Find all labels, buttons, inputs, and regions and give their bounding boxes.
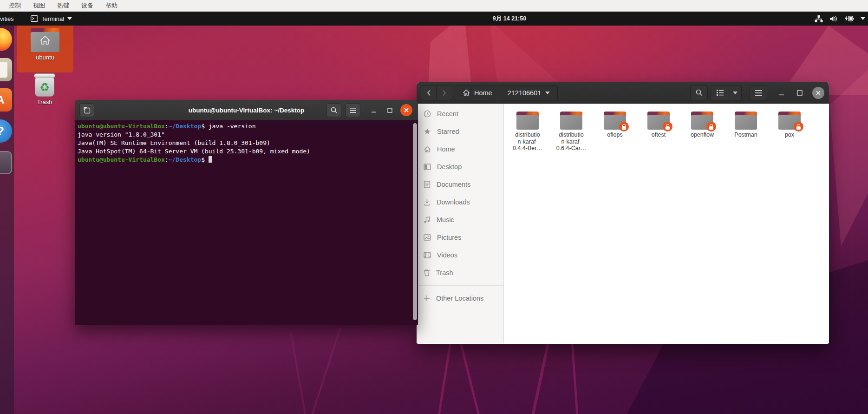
- desktop-icon-ubuntu[interactable]: ubuntu: [17, 24, 73, 72]
- trash-icon: ♻: [34, 73, 55, 97]
- folder-item[interactable]: distributio n-karaf- 0.4.4-Ber…: [506, 112, 549, 152]
- files-header-bar[interactable]: Home 212106601: [417, 82, 829, 104]
- sidebar-label: Videos: [437, 251, 457, 259]
- dock-firefox-icon[interactable]: [0, 28, 12, 51]
- list-view-icon: [717, 90, 724, 96]
- download-icon: [424, 198, 431, 206]
- folder-item[interactable]: oflops: [593, 112, 637, 138]
- sidebar-item-other-locations[interactable]: Other Locations: [417, 289, 503, 307]
- minimize-button[interactable]: [369, 107, 379, 113]
- prompt-colon: :: [165, 156, 169, 163]
- sidebar-item-downloads[interactable]: Downloads: [417, 193, 503, 211]
- chevron-down-icon: [67, 17, 72, 20]
- menu-view[interactable]: 视图: [33, 1, 45, 10]
- prompt-symbol: $: [201, 156, 205, 163]
- path-segment-current[interactable]: 212106601: [500, 85, 558, 100]
- folder-name: oflops: [607, 131, 622, 138]
- close-button[interactable]: [812, 87, 824, 99]
- chevron-right-icon: [442, 90, 446, 96]
- music-icon: [424, 216, 431, 223]
- videos-icon: [424, 252, 431, 258]
- home-icon: [463, 89, 470, 96]
- menu-help[interactable]: 帮助: [105, 1, 117, 10]
- folder-name: openflow: [691, 131, 714, 138]
- folder-name: oftest: [652, 131, 666, 138]
- terminal-line: java version "1.8.0_301": [78, 131, 415, 139]
- clock[interactable]: 9月 14 21:50: [479, 12, 540, 26]
- lock-emblem: [794, 122, 803, 131]
- sidebar-item-recent[interactable]: Recent: [417, 105, 503, 123]
- folder-name: distributio n-karaf- 0.4.4-Ber…: [513, 131, 542, 152]
- prompt-symbol: $: [201, 123, 205, 130]
- sidebar-label: Music: [437, 216, 454, 223]
- home-emblem-icon: [39, 35, 51, 46]
- wallpaper-line: [571, 342, 578, 414]
- terminal-scrollbar[interactable]: [413, 123, 417, 320]
- terminal-content[interactable]: ubuntu@ubuntu-VirtualBox:~/Desktop$ java…: [75, 120, 418, 325]
- search-icon: [696, 89, 703, 96]
- forward-button[interactable]: [437, 85, 452, 100]
- sidebar-item-starred[interactable]: Starred: [417, 123, 503, 140]
- sidebar-label: Downloads: [437, 198, 470, 206]
- close-button[interactable]: [400, 104, 412, 116]
- system-tray[interactable]: [815, 12, 865, 26]
- gnome-top-bar: vities Terminal 9月 14 21:50: [0, 12, 868, 26]
- close-icon: [404, 107, 409, 113]
- folder-icon: [31, 28, 59, 52]
- terminal-header-bar[interactable]: ubuntu@ubuntu-VirtualBox: ~/Desktop: [75, 100, 418, 120]
- files-content-area[interactable]: distributio n-karaf- 0.4.4-Ber… distribu…: [504, 104, 829, 343]
- terminal-menu-button[interactable]: [346, 103, 360, 117]
- focused-app-menu[interactable]: Terminal: [31, 12, 72, 26]
- list-view-button[interactable]: [711, 85, 729, 100]
- terminal-search-button[interactable]: [326, 103, 341, 117]
- dock-help-icon[interactable]: ?: [0, 119, 12, 143]
- hamburger-menu-button[interactable]: [750, 85, 767, 100]
- view-options-button[interactable]: [729, 85, 742, 100]
- folder-item[interactable]: oftest: [637, 112, 680, 138]
- maximize-button[interactable]: [794, 90, 805, 96]
- terminal-line: ubuntu@ubuntu-VirtualBox:~/Desktop$: [78, 156, 415, 164]
- menu-machine[interactable]: 控制: [9, 1, 21, 10]
- path-segment-label: 212106601: [508, 89, 542, 97]
- sidebar-item-pictures[interactable]: Pictures: [417, 229, 503, 246]
- sidebar-item-trash[interactable]: Trash: [417, 264, 503, 282]
- desktop-icon-label: Trash: [37, 99, 52, 105]
- path-segment-home[interactable]: Home: [455, 85, 500, 100]
- desktop-icon-trash[interactable]: ♻ Trash: [27, 73, 62, 105]
- minimize-icon: [779, 90, 784, 96]
- dock-app-window-icon[interactable]: [0, 151, 12, 174]
- sidebar-label: Documents: [437, 181, 470, 188]
- hamburger-icon: [755, 90, 762, 96]
- document-icon: [424, 181, 431, 188]
- sidebar-item-home[interactable]: Home: [417, 140, 503, 158]
- folder-item[interactable]: distributio n-karaf- 0.6.4-Car…: [549, 112, 593, 152]
- menu-input[interactable]: 热键: [57, 1, 69, 10]
- terminal-line: Java HotSpot(TM) 64-Bit Server VM (build…: [78, 147, 415, 156]
- sidebar-item-desktop[interactable]: Desktop: [417, 158, 503, 176]
- new-tab-button[interactable]: [79, 103, 94, 117]
- dock-files-icon[interactable]: [0, 58, 12, 81]
- dock-ubuntu-software-icon[interactable]: A: [0, 88, 12, 112]
- prompt-path: ~/Desktop: [169, 156, 201, 163]
- folder-item[interactable]: openflow: [680, 112, 724, 138]
- wallpaper-line: [311, 327, 341, 414]
- home-icon: [424, 146, 431, 153]
- menu-devices[interactable]: 设备: [81, 1, 93, 10]
- folder-item[interactable]: pox: [768, 112, 811, 138]
- activities-button[interactable]: vities: [0, 12, 14, 26]
- minimize-button[interactable]: [776, 90, 787, 96]
- folder-item[interactable]: Postman: [724, 112, 768, 138]
- minimize-icon: [371, 107, 377, 113]
- sidebar-label: Other Locations: [436, 295, 483, 302]
- wallpaper-line: [438, 342, 452, 414]
- folder-name: distributio n-karaf- 0.6.4-Car…: [556, 131, 587, 152]
- sidebar-item-documents[interactable]: Documents: [417, 176, 503, 193]
- search-button[interactable]: [690, 85, 708, 100]
- sidebar-item-videos[interactable]: Videos: [417, 246, 503, 264]
- virtualbox-menubar: 控制 视图 热键 设备 帮助: [0, 0, 868, 12]
- maximize-button[interactable]: [385, 108, 395, 113]
- sidebar-item-music[interactable]: Music: [417, 211, 503, 229]
- search-icon: [331, 107, 338, 114]
- back-button[interactable]: [421, 85, 437, 100]
- terminal-window: ubuntu@ubuntu-VirtualBox: ~/Desktop: [75, 100, 418, 325]
